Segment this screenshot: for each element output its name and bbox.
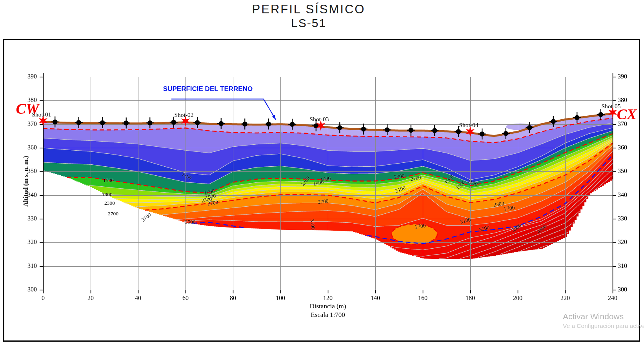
- x-tick-label: 120: [323, 295, 333, 302]
- watermark-activate-windows: Activar Windows: [563, 312, 624, 321]
- y-tick-label-left: 380: [27, 96, 37, 104]
- y-tick-label-left: 370: [27, 120, 37, 127]
- seismic-tomogram-canvas: [0, 0, 644, 344]
- y-tick-label-right: 360: [618, 144, 627, 151]
- scale-note: Escala 1:700: [311, 311, 345, 319]
- x-tick-label: 160: [418, 295, 428, 302]
- y-tick-label-left: 360: [27, 144, 37, 151]
- contour-value-label: 1900: [102, 191, 113, 198]
- y-tick-label-right: 350: [618, 167, 627, 175]
- y-tick-label-right: 330: [618, 215, 627, 222]
- surface-annotation: SUPERFICIE DEL TERRENO: [163, 85, 253, 93]
- x-tick-label: 240: [608, 295, 617, 302]
- shot-label: Shot-04: [459, 122, 478, 129]
- contour-value-label: 2700: [415, 222, 426, 230]
- shot-label: Shot-01: [32, 111, 51, 118]
- x-tick-label: 180: [466, 295, 475, 302]
- y-tick-label-left: 350: [27, 167, 37, 175]
- y-tick-label-left: 330: [27, 215, 37, 222]
- y-tick-label-right: 370: [618, 120, 627, 127]
- y-tick-label-right: 340: [618, 191, 627, 198]
- x-tick-label: 220: [560, 295, 570, 302]
- x-axis-label: Distancia (m): [310, 302, 346, 310]
- contour-value-label: 2700: [108, 211, 118, 217]
- y-tick-label-right: 310: [618, 262, 627, 269]
- y-tick-label-right: 390: [618, 73, 627, 80]
- x-tick-label: 100: [276, 295, 285, 302]
- y-tick-label-right: 320: [618, 238, 627, 246]
- y-tick-label-left: 390: [27, 73, 37, 80]
- x-tick-label: 200: [513, 295, 522, 302]
- watermark-settings-hint: Ve a Configuración para activar: [563, 322, 644, 329]
- contour-value-label: 2300: [104, 200, 115, 206]
- y-tick-label-left: 340: [27, 191, 37, 198]
- shot-label: Shot-03: [309, 116, 329, 123]
- x-tick-label: 20: [87, 295, 94, 302]
- y-tick-label-left: 300: [27, 286, 37, 293]
- y-tick-label-right: 300: [618, 286, 627, 293]
- x-tick-label: 60: [182, 295, 189, 302]
- shot-label: Shot-05: [601, 103, 620, 110]
- y-tick-label-left: 320: [27, 238, 37, 246]
- contour-value-label: 2300: [493, 200, 504, 208]
- x-tick-label: 140: [371, 295, 380, 302]
- contour-value-label: 2700: [318, 198, 329, 206]
- contour-value-label: 1500: [103, 177, 114, 184]
- shot-label: Shot-02: [174, 111, 193, 118]
- contour-value-label: 3100: [309, 219, 316, 230]
- x-tick-label: 40: [135, 295, 141, 302]
- x-tick-label: 80: [230, 295, 236, 302]
- y-tick-label-left: 310: [27, 262, 37, 269]
- x-tick-label: 0: [42, 295, 45, 302]
- seismic-profile-page: PERFIL SÍSMICO LS-51 Altitud (m s. n. m.…: [0, 0, 644, 344]
- contour-value-label: 3500: [185, 219, 196, 225]
